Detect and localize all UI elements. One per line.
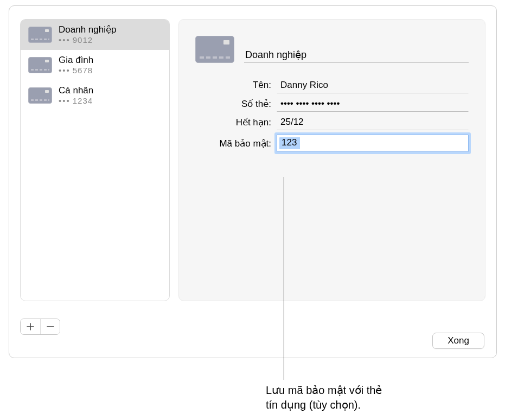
- row-expiry: Hết hạn:: [195, 114, 469, 130]
- card-title: Doanh nghiệp: [59, 24, 116, 35]
- card-description-input[interactable]: [244, 47, 469, 63]
- content-columns: Doanh nghiệp •••9012 Gia đình •••5678: [9, 6, 496, 301]
- card-subtitle: •••5678: [59, 66, 93, 76]
- card-text: Doanh nghiệp •••9012: [59, 24, 116, 46]
- card-number-input[interactable]: [277, 96, 469, 112]
- card-title: Cá nhân: [59, 85, 93, 96]
- expiry-input[interactable]: [277, 114, 469, 130]
- remove-card-button[interactable]: [40, 319, 60, 334]
- card-item-personal[interactable]: Cá nhân •••1234: [21, 80, 169, 111]
- preferences-window: Doanh nghiệp •••9012 Gia đình •••5678: [9, 5, 497, 358]
- add-card-button[interactable]: [21, 319, 40, 334]
- row-name: Tên:: [195, 77, 469, 93]
- card-detail-panel: Tên: Số thẻ: Hết hạn: Mã bảo mật:: [178, 19, 485, 301]
- card-subtitle: •••1234: [59, 96, 93, 106]
- callout-leader-line: [284, 177, 284, 380]
- card-title: Gia đình: [59, 54, 93, 66]
- callout-text: Lưu mã bảo mật với thẻ tín dụng (tùy chọ…: [266, 383, 472, 412]
- security-code-value: 123: [282, 137, 297, 148]
- label-name: Tên:: [195, 80, 277, 91]
- credit-card-icon: [195, 36, 234, 63]
- credit-card-icon: [28, 27, 52, 43]
- credit-card-icon: [28, 87, 52, 104]
- done-button[interactable]: Xong: [432, 333, 484, 349]
- label-security: Mã bảo mật:: [195, 138, 277, 149]
- minus-icon: [47, 321, 54, 333]
- credit-card-icon: [28, 57, 52, 73]
- plus-icon: [27, 321, 34, 333]
- card-item-business[interactable]: Doanh nghiệp •••9012: [21, 20, 169, 50]
- security-code-input[interactable]: [277, 135, 469, 152]
- label-number: Số thẻ:: [195, 98, 277, 110]
- plus-minus-group: [20, 319, 60, 335]
- detail-header: [195, 36, 469, 63]
- label-expiry: Hết hạn:: [195, 117, 277, 128]
- cardholder-name-input[interactable]: [277, 77, 469, 93]
- add-remove-controls: [20, 319, 60, 335]
- row-security: Mã bảo mật: 123: [195, 135, 469, 152]
- card-subtitle: •••9012: [59, 35, 116, 46]
- card-text: Gia đình •••5678: [59, 54, 93, 76]
- card-list: Doanh nghiệp •••9012 Gia đình •••5678: [20, 19, 170, 301]
- card-item-family[interactable]: Gia đình •••5678: [21, 50, 169, 80]
- row-number: Số thẻ:: [195, 96, 469, 112]
- card-text: Cá nhân •••1234: [59, 85, 93, 106]
